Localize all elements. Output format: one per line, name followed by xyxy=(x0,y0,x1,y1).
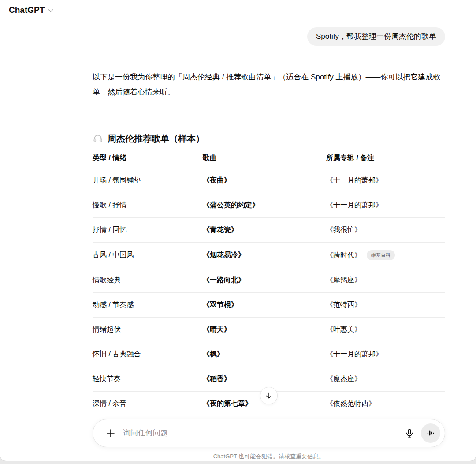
album-cell: 《依然范特西》 xyxy=(326,392,445,416)
song-cell: 《双节棍》 xyxy=(203,293,326,318)
album-title: 《摩羯座》 xyxy=(326,276,361,284)
song-cell: 《蒲公英的约定》 xyxy=(203,193,326,218)
album-cell: 《摩羯座》 xyxy=(326,268,445,293)
table-row: 怀旧 / 古典融合 《枫》 《十一月的萧邦》 xyxy=(93,342,445,367)
album-title: 《依然范特西》 xyxy=(326,400,376,407)
type-cell: 慢歌 / 抒情 xyxy=(93,193,203,218)
type-cell: 抒情 / 回忆 xyxy=(93,218,203,243)
album-cell: 《我很忙》 xyxy=(326,218,445,243)
column-header-song: 歌曲 xyxy=(203,151,326,168)
song-cell: 《青花瓷》 xyxy=(203,218,326,243)
album-cell: 《十一月的萧邦》 xyxy=(326,168,445,193)
table-row: 情歌经典 《一路向北》 《摩羯座》 xyxy=(93,268,445,293)
type-cell: 动感 / 节奏感 xyxy=(93,293,203,318)
album-title: 《叶惠美》 xyxy=(326,326,361,333)
song-cell: 《夜曲》 xyxy=(203,168,326,193)
song-cell: 《烟花易冷》 xyxy=(203,243,326,268)
album-title: 《我很忙》 xyxy=(326,226,361,233)
album-cell: 《十一月的萧邦》 xyxy=(326,342,445,367)
album-cell: 《十一月的萧邦》 xyxy=(326,193,445,218)
arrow-down-icon xyxy=(264,391,273,400)
type-cell: 轻快节奏 xyxy=(93,367,203,392)
album-title: 《十一月的萧邦》 xyxy=(326,176,383,184)
table-row: 开场 / 氛围铺垫 《夜曲》 《十一月的萧邦》 xyxy=(93,168,445,193)
type-cell: 怀旧 / 古典融合 xyxy=(93,342,203,367)
album-cell: 《魔杰座》 xyxy=(326,367,445,392)
album-cell: 《跨时代》维基百科 xyxy=(326,243,445,268)
playlist-heading-text: 周杰伦推荐歌单（样本） xyxy=(108,132,205,145)
type-cell: 开场 / 氛围铺垫 xyxy=(93,168,203,193)
column-header-album: 所属专辑 / 备注 xyxy=(326,151,445,168)
attach-plus-button[interactable] xyxy=(104,426,118,440)
table-row: 慢歌 / 抒情 《蒲公英的约定》 《十一月的萧邦》 xyxy=(93,193,445,218)
column-header-type: 类型 / 情绪 xyxy=(93,151,203,168)
album-title: 《范特西》 xyxy=(326,301,361,308)
album-cell: 《范特西》 xyxy=(326,293,445,318)
table-row: 抒情 / 回忆 《青花瓷》 《我很忙》 xyxy=(93,218,445,243)
table-row: 古风 / 中国风 《烟花易冷》 《跨时代》维基百科 xyxy=(93,243,445,268)
chevron-down-icon xyxy=(47,7,54,14)
chat-column: Spotify，帮我整理一份周杰伦的歌单 以下是一份我为你整理的「周杰伦经典 /… xyxy=(93,0,445,416)
table-row: 情绪起伏 《晴天》 《叶惠美》 xyxy=(93,318,445,342)
type-cell: 深情 / 余音 xyxy=(93,392,203,416)
album-title: 《十一月的萧邦》 xyxy=(326,201,383,209)
user-message-row: Spotify，帮我整理一份周杰伦的歌单 xyxy=(93,27,445,46)
scroll-to-bottom-button[interactable] xyxy=(260,387,278,404)
album-title: 《十一月的萧邦》 xyxy=(326,350,383,358)
disclaimer-text: ChatGPT 也可能会犯错。请核查重要信息。 xyxy=(93,453,445,460)
headphones-icon xyxy=(93,133,103,144)
app-title: ChatGPT xyxy=(9,5,45,15)
album-cell: 《叶惠美》 xyxy=(326,318,445,342)
table-row: 动感 / 节奏感 《双节棍》 《范特西》 xyxy=(93,293,445,318)
playlist-table: 类型 / 情绪 歌曲 所属专辑 / 备注 开场 / 氛围铺垫 《夜曲》 《十一月… xyxy=(93,151,445,416)
song-cell: 《晴天》 xyxy=(203,318,326,342)
user-message-bubble: Spotify，帮我整理一份周杰伦的歌单 xyxy=(307,27,445,46)
song-cell: 《枫》 xyxy=(203,342,326,367)
citation-badge-wikipedia[interactable]: 维基百科 xyxy=(367,250,395,260)
model-selector[interactable]: ChatGPT xyxy=(6,4,57,17)
voice-mode-button[interactable] xyxy=(421,423,440,443)
album-title: 《魔杰座》 xyxy=(326,375,361,382)
chatgpt-window: ChatGPT Spotify，帮我整理一份周杰伦的歌单 以下是一份我为你整理的… xyxy=(0,0,476,461)
assistant-intro-text: 以下是一份我为你整理的「周杰伦经典 / 推荐歌曲清单」（适合在 Spotify … xyxy=(93,70,445,100)
playlist-heading: 周杰伦推荐歌单（样本） xyxy=(93,132,445,145)
section-divider xyxy=(93,115,445,115)
type-cell: 古风 / 中国风 xyxy=(93,243,203,268)
microphone-icon[interactable] xyxy=(402,425,417,441)
album-title: 《跨时代》 xyxy=(326,251,361,259)
type-cell: 情歌经典 xyxy=(93,268,203,293)
table-header-row: 类型 / 情绪 歌曲 所属专辑 / 备注 xyxy=(93,151,445,168)
composer-bar xyxy=(93,419,445,447)
type-cell: 情绪起伏 xyxy=(93,318,203,342)
song-cell: 《一路向北》 xyxy=(203,268,326,293)
message-input[interactable] xyxy=(123,429,402,438)
